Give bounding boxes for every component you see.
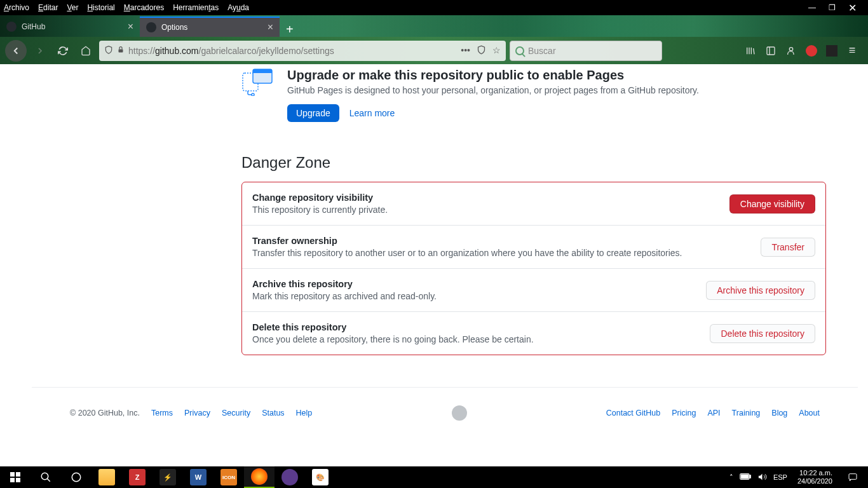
danger-row-desc: This repository is currently private. xyxy=(252,205,388,215)
bookmark-star-icon[interactable]: ☆ xyxy=(492,45,501,57)
action-center-button[interactable] xyxy=(837,466,868,488)
icon-app-button[interactable]: ICON xyxy=(214,466,244,488)
search-button[interactable] xyxy=(31,466,61,488)
word-button[interactable]: W xyxy=(183,466,214,488)
github-favicon-icon xyxy=(146,22,156,32)
system-tray[interactable]: ˄ ESP xyxy=(724,472,792,483)
tracking-shield-icon[interactable] xyxy=(104,45,113,57)
search-icon xyxy=(515,46,524,55)
svg-rect-5 xyxy=(253,69,272,73)
nav-home-button[interactable] xyxy=(76,41,95,60)
danger-row-title: Archive this repository xyxy=(252,279,437,289)
danger-row-desc: Transfer this repository to another user… xyxy=(252,248,682,258)
delete-repo-button[interactable]: Delete this repository xyxy=(710,324,815,343)
learn-more-link[interactable]: Learn more xyxy=(349,108,395,118)
tab-options[interactable]: Options × xyxy=(140,17,280,37)
pages-illustration-icon xyxy=(241,68,275,96)
window-minimize-icon[interactable]: ― xyxy=(808,3,816,12)
footer-security-link[interactable]: Security xyxy=(222,409,250,417)
tab-close-icon[interactable]: × xyxy=(268,22,273,33)
menu-ver[interactable]: Ver xyxy=(67,3,78,12)
svg-rect-15 xyxy=(741,475,748,478)
nav-reload-button[interactable] xyxy=(53,41,72,60)
clock-time: 10:22 a.m. xyxy=(797,469,832,477)
menu-ayuda[interactable]: Ayuda xyxy=(227,3,249,12)
danger-zone-box: Change repository visibility This reposi… xyxy=(241,182,826,355)
keyboard-lang[interactable]: ESP xyxy=(773,473,787,481)
archive-repo-button[interactable]: Archive this repository xyxy=(706,281,815,300)
svg-point-2 xyxy=(789,47,792,50)
footer-privacy-link[interactable]: Privacy xyxy=(184,409,210,417)
footer-terms-link[interactable]: Terms xyxy=(151,409,173,417)
footer-pricing-link[interactable]: Pricing xyxy=(672,409,696,417)
menu-marcadores[interactable]: Marcadores xyxy=(124,3,164,12)
library-icon[interactable] xyxy=(745,45,756,57)
sidebar-icon[interactable] xyxy=(765,45,776,57)
app-menu-icon[interactable]: ≡ xyxy=(846,45,858,57)
github-favicon-icon xyxy=(6,22,17,32)
reader-mode-icon[interactable] xyxy=(477,45,486,57)
svg-rect-8 xyxy=(16,472,20,477)
browser-search-bar[interactable]: Buscar xyxy=(510,41,662,61)
svg-rect-16 xyxy=(849,474,857,480)
volume-icon[interactable] xyxy=(757,472,767,483)
cortana-button[interactable] xyxy=(61,466,92,488)
svg-rect-10 xyxy=(16,478,20,482)
danger-row-visibility: Change repository visibility This reposi… xyxy=(242,182,825,226)
github-footer: © 2020 GitHub, Inc. Terms Privacy Securi… xyxy=(32,387,858,438)
extension-dark-icon[interactable] xyxy=(826,45,837,57)
upgrade-button[interactable]: Upgrade xyxy=(287,104,339,122)
extension-red-icon[interactable] xyxy=(806,45,817,57)
footer-blog-link[interactable]: Blog xyxy=(771,409,787,417)
url-text: https://github.com/gabrielcalarco/jekyll… xyxy=(128,46,457,56)
danger-row-title: Change repository visibility xyxy=(252,193,388,203)
browser-navbar: https://github.com/gabrielcalarco/jekyll… xyxy=(0,37,868,64)
menu-archivo[interactable]: Archivo xyxy=(4,3,29,12)
danger-row-title: Transfer ownership xyxy=(252,236,682,246)
footer-training-link[interactable]: Training xyxy=(732,409,761,417)
nav-forward-button[interactable] xyxy=(31,41,50,60)
page-actions-icon[interactable]: ••• xyxy=(461,45,470,57)
tray-chevron-icon[interactable]: ˄ xyxy=(729,473,733,482)
lock-icon[interactable] xyxy=(117,45,125,56)
file-explorer-button[interactable] xyxy=(92,466,122,488)
window-close-icon[interactable]: ✕ xyxy=(848,2,857,14)
menu-editar[interactable]: Editar xyxy=(38,3,58,12)
footer-help-link[interactable]: Help xyxy=(296,409,313,417)
taskbar-clock[interactable]: 10:22 a.m. 24/06/2020 xyxy=(792,469,837,485)
danger-row-delete: Delete this repository Once you delete a… xyxy=(242,312,825,355)
new-tab-button[interactable]: + xyxy=(280,22,300,37)
battery-icon[interactable] xyxy=(740,473,751,482)
window-maximize-icon[interactable]: ❐ xyxy=(829,3,836,12)
footer-contact-link[interactable]: Contact GitHub xyxy=(606,409,660,417)
menu-herramientas[interactable]: Herramientas xyxy=(173,3,219,12)
danger-zone-heading: Danger Zone xyxy=(241,154,826,172)
danger-row-desc: Mark this repository as archived and rea… xyxy=(252,291,437,301)
menu-historial[interactable]: Historial xyxy=(87,3,114,12)
github-logo-icon[interactable] xyxy=(452,405,467,421)
account-icon[interactable] xyxy=(785,45,797,57)
svg-rect-1 xyxy=(767,47,775,55)
search-placeholder: Buscar xyxy=(528,46,556,56)
firefox-button[interactable] xyxy=(244,466,275,488)
winamp-button[interactable]: ⚡ xyxy=(153,466,183,488)
gog-button[interactable] xyxy=(275,466,305,488)
danger-row-transfer: Transfer ownership Transfer this reposit… xyxy=(242,226,825,269)
footer-about-link[interactable]: About xyxy=(799,409,820,417)
zotero-button[interactable]: Z xyxy=(122,466,153,488)
svg-rect-7 xyxy=(10,472,15,477)
footer-copyright: © 2020 GitHub, Inc. xyxy=(70,409,140,417)
clock-date: 24/06/2020 xyxy=(797,477,832,485)
tab-close-icon[interactable]: × xyxy=(128,21,133,32)
footer-api-link[interactable]: API xyxy=(707,409,720,417)
paint-button[interactable]: 🎨 xyxy=(305,466,336,488)
start-button[interactable] xyxy=(0,466,31,488)
transfer-button[interactable]: Transfer xyxy=(761,238,815,257)
firefox-menubar: Archivo Editar Ver Historial Marcadores … xyxy=(0,0,868,15)
url-bar[interactable]: https://github.com/gabrielcalarco/jekyll… xyxy=(99,41,506,61)
nav-back-button[interactable] xyxy=(5,40,27,62)
change-visibility-button[interactable]: Change visibility xyxy=(729,194,815,214)
footer-status-link[interactable]: Status xyxy=(262,409,284,417)
windows-taskbar: Z ⚡ W ICON 🎨 ˄ ESP 10:22 a.m. 24/06/2020 xyxy=(0,466,868,488)
tab-github[interactable]: GitHub × xyxy=(0,17,140,37)
